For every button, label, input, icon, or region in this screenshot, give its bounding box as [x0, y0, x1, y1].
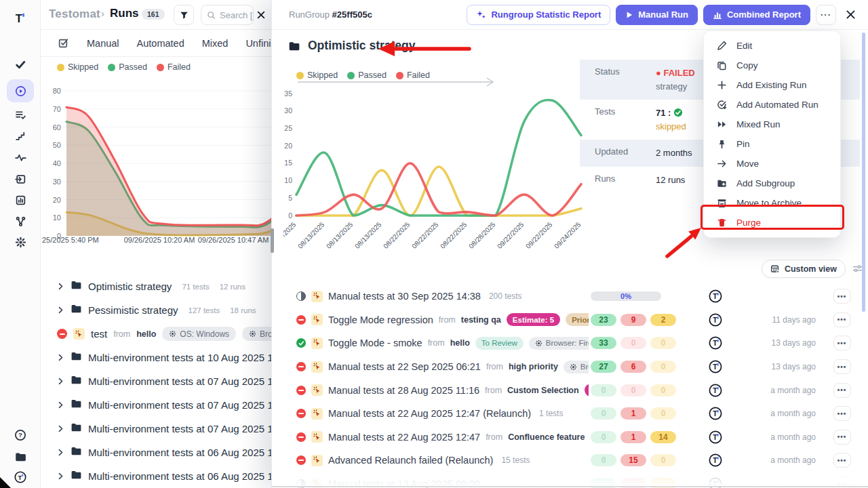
chevron-right-icon[interactable] [57, 283, 64, 290]
combined-report-button[interactable]: Combined Report [703, 5, 810, 25]
chevron-right-icon[interactable] [57, 449, 64, 456]
run-title[interactable]: Manual tests at 28 Aug 2025 11:16 [328, 385, 479, 396]
tree-row[interactable]: Multi-environment tests at 06 Aug 2025 1… [41, 464, 272, 488]
sidebar-help-circle-icon[interactable]: ? [7, 424, 34, 447]
menu-item-pin[interactable]: Pin [704, 134, 840, 154]
tab-unfinished[interactable]: Unfinished [245, 38, 271, 49]
chevron-right-icon[interactable] [57, 354, 64, 361]
tree-item-label[interactable]: Multi-environment tests at 07 Aug 2025 1… [88, 375, 272, 387]
tree-row[interactable]: Optimistic strategy71 tests12 runs [41, 274, 272, 298]
chevron-right-icon[interactable] [57, 378, 64, 385]
sidebar-logo-badge-icon[interactable]: T [7, 466, 34, 488]
menu-item-add-subgroup[interactable]: Add Subgroup [704, 174, 840, 193]
search-input[interactable]: Search [ [201, 5, 254, 25]
sidebar-branches-icon[interactable] [7, 209, 34, 232]
row-dots-button[interactable]: ••• [833, 383, 851, 398]
custom-view-button[interactable]: Custom view [762, 260, 846, 278]
run-from-name[interactable]: Confluence feature [508, 432, 585, 442]
run-title[interactable]: Manual tests at 30 Sep 2025 14:38 [328, 291, 481, 302]
run-row[interactable]: Manual tests at 22 Aug 2025 12:47fromCon… [271, 426, 868, 449]
run-title[interactable]: Toggle Mode - smoke [328, 338, 422, 348]
tree-item-label[interactable]: Multi-environment tests at 06 Aug 2025 1… [88, 470, 272, 482]
rungroup-statistic-report-button[interactable]: Rungroup Statistic Report [467, 5, 610, 25]
menu-item-purge[interactable]: Purge [704, 213, 840, 232]
menu-item-copy[interactable]: Copy [704, 56, 840, 75]
run-row[interactable]: Toggle Mode regressionfromtesting qaEsti… [271, 308, 868, 332]
row-dots-button[interactable]: ••• [833, 406, 851, 421]
tree-row[interactable]: Multi-environment tests at 06 Aug 2025 1… [41, 441, 272, 464]
row-dots-button[interactable]: ••• [833, 289, 851, 304]
filter-button[interactable] [174, 5, 194, 25]
sidebar-tests-check-icon[interactable] [7, 53, 34, 76]
gear-icon [169, 330, 176, 338]
tree-item-label[interactable]: Multi-environment tests at 06 Aug 2025 1… [88, 447, 272, 458]
menu-item-mixed-run[interactable]: Mixed Run [704, 115, 840, 134]
menu-item-add-automated-run[interactable]: Add Automated Run [704, 95, 840, 115]
run-from-name[interactable]: testing qa [461, 315, 501, 325]
row-dots-button[interactable]: ••• [833, 453, 851, 468]
count-badge: 1 [620, 431, 646, 443]
sidebar-runs-play-icon[interactable] [7, 79, 34, 102]
row-dots-button[interactable]: ••• [833, 312, 851, 327]
app-logo[interactable]: T [7, 7, 34, 30]
tab-manual[interactable]: Manual [87, 38, 119, 49]
tree-item-label[interactable]: Multi-environment tests at 10 Aug 2025 1… [88, 352, 272, 363]
run-title[interactable]: Manual tests at 22 Aug 2025 12:47 [328, 432, 480, 443]
run-row[interactable]: Manual tests at 22 Aug 2025 12:47 (Relau… [271, 402, 868, 426]
run-from-name[interactable]: Custom Selection [507, 386, 579, 395]
tab-mixed[interactable]: Mixed [202, 38, 229, 49]
tree-item-label[interactable]: Multi-environment tests at 07 Aug 2025 1… [88, 423, 272, 434]
manual-run-button[interactable]: Manual Run [616, 5, 698, 25]
run-title[interactable]: Manual tests at 22 Aug 2025 12:47 (Relau… [328, 408, 531, 419]
tree-item-label[interactable]: Pessimistic strategy [88, 304, 178, 316]
brand-testomat[interactable]: Testomat [49, 7, 100, 21]
search-clear-icon[interactable] [252, 5, 270, 25]
row-dots-button[interactable]: ••• [833, 430, 851, 445]
run-title[interactable]: Manual tests at 22 Sep 2025 06:21 [328, 361, 481, 372]
run-row[interactable]: Manual tests at 28 Aug 2025 11:16fromCus… [271, 378, 868, 402]
sidebar-steps-icon[interactable] [7, 124, 34, 147]
tree-item-label[interactable]: Multi-environment tests at 07 Aug 2025 1… [88, 399, 272, 411]
tree-row[interactable]: Pessimistic strategy127 tests18 runs [41, 298, 272, 322]
tree-row[interactable]: Multi-environment tests at 07 Aug 2025 1… [41, 393, 272, 417]
tree-row[interactable]: testfromhelloOS: WindowsBrowser: Chrome [41, 322, 272, 346]
sidebar-pulse-icon[interactable] [7, 146, 34, 169]
row-dots-button[interactable]: ••• [833, 359, 851, 374]
sidebar-analytics-box-icon[interactable] [7, 188, 34, 211]
corner-cursor-artifact [0, 477, 11, 488]
tree-row[interactable]: Multi-environment tests at 10 Aug 2025 1… [41, 346, 272, 369]
menu-item-add-existing-run[interactable]: Add Existing Run [704, 75, 840, 95]
tree-item-label[interactable]: Optimistic strategy [88, 281, 172, 292]
view-sliders-icon[interactable] [852, 264, 863, 274]
run-from-name[interactable]: high priority [509, 362, 558, 371]
sidebar-plans-list-check-icon[interactable] [7, 103, 34, 126]
tree-row[interactable]: Multi-environment tests at 07 Aug 2025 1… [41, 417, 272, 441]
breadcrumb-runs[interactable]: Runs [110, 7, 139, 20]
run-row[interactable]: Manual tests at 30 Sep 2025 14:38200 tes… [271, 285, 868, 308]
run-title[interactable]: Toggle Mode regression [328, 314, 433, 325]
chevron-right-icon[interactable] [57, 306, 64, 314]
row-dots-button[interactable]: ••• [833, 336, 851, 350]
run-from-name[interactable]: hello [136, 329, 156, 339]
close-icon[interactable] [842, 5, 859, 25]
menu-item-move-to-archive[interactable]: Move to Archive [704, 193, 840, 213]
tree-row[interactable]: Multi-environment tests at 07 Aug 2025 1… [41, 369, 272, 393]
run-title[interactable]: Advanced Relaunch failed (Relaunch) [328, 455, 493, 466]
chevron-right-icon[interactable] [57, 425, 64, 432]
panel-scrollbar-thumb[interactable] [862, 33, 865, 312]
sidebar-import-box-icon[interactable] [7, 167, 34, 190]
menu-item-edit[interactable]: Edit [704, 36, 840, 56]
chevron-right-icon[interactable] [57, 401, 64, 409]
run-row[interactable]: Toggle Mode - smokefromhelloTo ReviewBro… [271, 331, 868, 355]
tab-checklist-icon[interactable] [58, 37, 69, 49]
sidebar-settings-gear-icon[interactable] [7, 230, 34, 253]
tab-automated[interactable]: Automated [137, 38, 184, 49]
chevron-right-icon[interactable] [57, 472, 64, 480]
run-row[interactable]: Manual tests at 22 Sep 2025 06:21fromhig… [271, 355, 868, 379]
tree-item-label[interactable]: test [91, 328, 107, 340]
sidebar-docs-folder-icon[interactable] [7, 445, 34, 468]
more-actions-button[interactable]: ··· [816, 5, 836, 25]
background-scrollbar-thumb[interactable] [271, 228, 274, 253]
run-from-name[interactable]: hello [450, 338, 470, 348]
menu-item-move[interactable]: Move [704, 154, 840, 174]
